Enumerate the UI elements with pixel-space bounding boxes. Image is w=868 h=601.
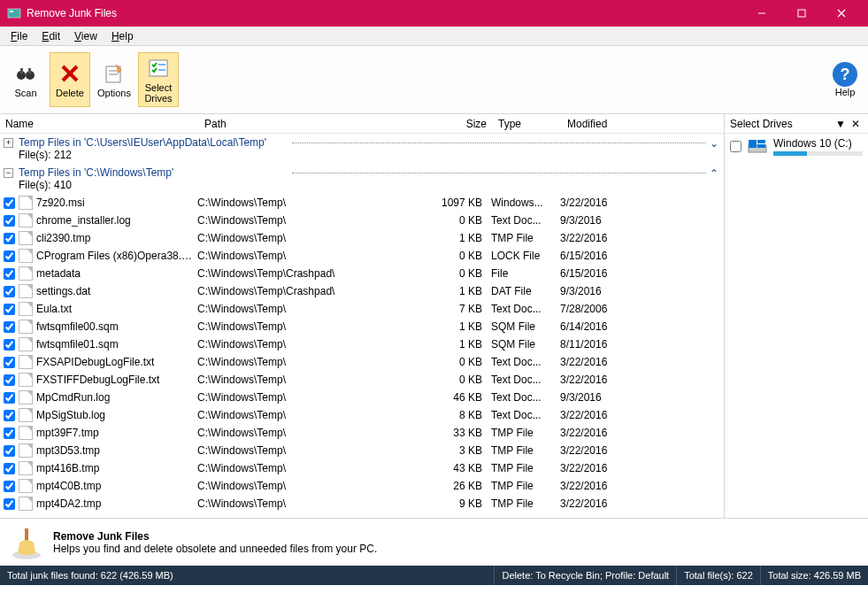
file-path: C:\Windows\Temp\ [197, 497, 429, 510]
file-checkbox[interactable] [4, 445, 15, 457]
file-checkbox[interactable] [4, 410, 15, 421]
menu-view[interactable]: View [67, 28, 104, 44]
file-icon [19, 266, 33, 281]
info-footer: Remove Junk Files Helps you find and del… [0, 518, 868, 566]
file-icon [19, 231, 33, 245]
file-name: settings.dat [36, 285, 197, 297]
file-row[interactable]: fwtsqmfile01.sqm C:\Windows\Temp\ 1 KB S… [0, 335, 724, 353]
file-modified: 8/11/2016 [560, 338, 649, 351]
close-button[interactable] [821, 0, 861, 27]
file-row[interactable]: Eula.txt C:\Windows\Temp\ 7 KB Text Doc.… [0, 300, 724, 318]
file-checkbox[interactable] [4, 215, 15, 227]
scan-button[interactable]: Scan [5, 52, 46, 107]
file-row[interactable]: cli2390.tmp C:\Windows\Temp\ 1 KB TMP Fi… [0, 229, 724, 247]
file-row[interactable]: fwtsqmfile00.sqm C:\Windows\Temp\ 1 KB S… [0, 318, 724, 335]
file-checkbox[interactable] [4, 374, 15, 386]
col-size[interactable]: Size [431, 118, 493, 130]
chevron-icon[interactable]: ⌄ [710, 137, 718, 150]
file-row[interactable]: settings.dat C:\Windows\Temp\Crashpad\ 1… [0, 282, 724, 300]
file-row[interactable]: metadata C:\Windows\Temp\Crashpad\ 0 KB … [0, 265, 724, 282]
group-header[interactable]: − Temp Files in 'C:\Windows\Temp'File(s)… [0, 164, 724, 194]
file-path: C:\Windows\Temp\ [197, 196, 429, 209]
file-modified: 3/22/2016 [560, 356, 649, 368]
drive-checkbox[interactable] [730, 141, 741, 152]
select-drives-button[interactable]: Select Drives [138, 52, 179, 107]
file-row[interactable]: CProgram Files (x86)Opera38.0.22... C:\W… [0, 247, 724, 265]
drive-usage-bar [773, 151, 863, 156]
file-path: C:\Windows\Temp\Crashpad\ [197, 285, 429, 297]
delete-button[interactable]: Delete [50, 52, 90, 107]
file-row[interactable]: MpSigStub.log C:\Windows\Temp\ 8 KB Text… [0, 406, 724, 424]
drive-item[interactable]: Windows 10 (C:) [725, 134, 868, 159]
file-checkbox[interactable] [4, 463, 15, 474]
svg-rect-0 [8, 9, 20, 18]
file-icon [19, 373, 33, 387]
file-type: TMP File [491, 232, 560, 244]
file-row[interactable]: MpCmdRun.log C:\Windows\Temp\ 46 KB Text… [0, 389, 724, 406]
svg-rect-15 [150, 60, 167, 76]
file-row[interactable]: mpt4DA2.tmp C:\Windows\Temp\ 9 KB TMP Fi… [0, 495, 724, 512]
file-name: fwtsqmfile01.sqm [36, 338, 197, 351]
file-icon [19, 461, 33, 475]
title-bar: Remove Junk Files [0, 0, 868, 27]
file-icon [19, 408, 33, 422]
dropdown-icon[interactable]: ▼ [833, 118, 849, 130]
file-checkbox[interactable] [4, 428, 15, 439]
minimize-button[interactable] [741, 0, 781, 27]
file-row[interactable]: chrome_installer.log C:\Windows\Temp\ 0 … [0, 212, 724, 229]
file-name: FXSAPIDebugLogFile.txt [36, 356, 197, 368]
options-button[interactable]: Options [94, 52, 134, 107]
file-checkbox[interactable] [4, 268, 15, 280]
svg-rect-20 [757, 140, 765, 143]
file-checkbox[interactable] [4, 481, 15, 492]
file-checkbox[interactable] [4, 250, 15, 262]
file-icon [19, 196, 33, 210]
col-type[interactable]: Type [493, 118, 562, 130]
file-path: C:\Windows\Temp\Crashpad\ [197, 267, 429, 280]
file-row[interactable]: mpt3D53.tmp C:\Windows\Temp\ 3 KB TMP Fi… [0, 442, 724, 459]
file-checkbox[interactable] [4, 321, 15, 333]
chevron-icon[interactable]: ⌃ [710, 167, 718, 180]
file-name: mpt4DA2.tmp [36, 497, 197, 510]
file-size: 0 KB [429, 214, 491, 227]
file-checkbox[interactable] [4, 392, 15, 404]
file-row[interactable]: mpt416B.tmp C:\Windows\Temp\ 43 KB TMP F… [0, 459, 724, 477]
file-row[interactable]: mpt39F7.tmp C:\Windows\Temp\ 33 KB TMP F… [0, 424, 724, 442]
file-size: 1 KB [429, 320, 491, 333]
file-icon [19, 443, 33, 458]
file-checkbox[interactable] [4, 498, 15, 510]
file-checkbox[interactable] [4, 304, 15, 315]
file-checkbox[interactable] [4, 233, 15, 244]
menu-edit[interactable]: Edit [35, 28, 67, 44]
file-row[interactable]: 7z920.msi C:\Windows\Temp\ 1097 KB Windo… [0, 194, 724, 212]
file-checkbox[interactable] [4, 286, 15, 297]
file-row[interactable]: mpt4C0B.tmp C:\Windows\Temp\ 26 KB TMP F… [0, 477, 724, 495]
col-name[interactable]: Name [0, 118, 199, 130]
group-header[interactable]: + Temp Files in 'C:\Users\IEUser\AppData… [0, 134, 724, 164]
file-modified: 3/22/2016 [560, 427, 649, 439]
expander-icon[interactable]: − [4, 168, 13, 178]
col-modified[interactable]: Modified [562, 118, 650, 130]
file-row[interactable]: FXSAPIDebugLogFile.txt C:\Windows\Temp\ … [0, 353, 724, 371]
drive-icon [747, 138, 768, 156]
file-checkbox[interactable] [4, 339, 15, 351]
expander-icon[interactable]: + [4, 138, 13, 148]
menu-help[interactable]: Help [104, 28, 141, 44]
file-type: Text Doc... [491, 214, 560, 227]
maximize-button[interactable] [781, 0, 821, 27]
file-row[interactable]: FXSTIFFDebugLogFile.txt C:\Windows\Temp\… [0, 371, 724, 389]
file-list[interactable]: + Temp Files in 'C:\Users\IEUser\AppData… [0, 134, 724, 518]
col-path[interactable]: Path [199, 118, 431, 130]
file-name: mpt3D53.tmp [36, 444, 197, 457]
menu-file[interactable]: File [4, 28, 35, 44]
window-title: Remove Junk Files [27, 7, 741, 19]
help-button[interactable]: ? Help [827, 62, 863, 97]
file-checkbox[interactable] [4, 357, 15, 368]
file-icon [19, 390, 33, 405]
file-size: 33 KB [429, 427, 491, 439]
status-total-size: Total size: 426.59 MB [760, 566, 868, 585]
file-type: LOCK File [491, 250, 560, 262]
file-checkbox[interactable] [4, 197, 15, 209]
close-panel-icon[interactable]: ✕ [849, 118, 863, 130]
file-modified: 7/28/2006 [560, 303, 649, 315]
